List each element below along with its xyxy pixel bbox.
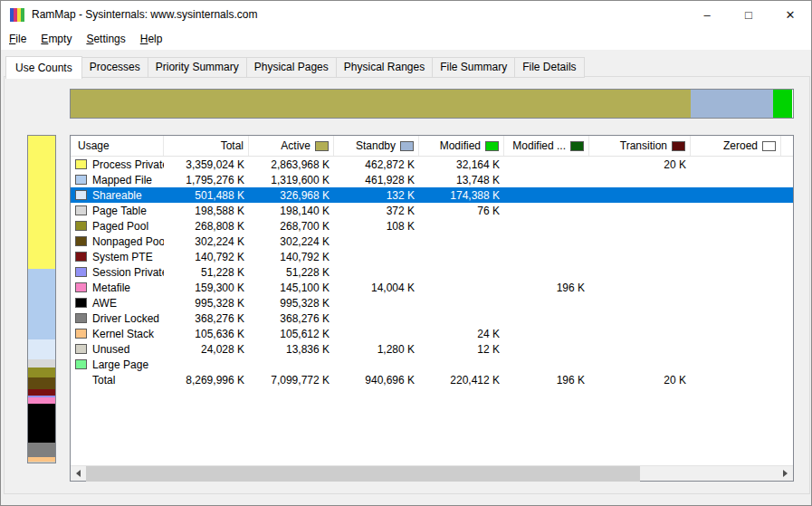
table-row-system-pte[interactable]: System PTE140,792 K140,792 K (71, 249, 793, 264)
menu-empty[interactable]: Empty (33, 29, 79, 49)
column-header-active[interactable]: Active (249, 136, 334, 156)
usage-label: Mapped File (92, 174, 152, 186)
usage-label: Kernel Stack (92, 328, 154, 340)
column-header-standby[interactable]: Standby (334, 136, 419, 156)
usage-label: Metafile (92, 282, 130, 294)
page-table-color-swatch (75, 205, 87, 215)
column-label: Active (281, 139, 310, 152)
table-row-driver-locked[interactable]: Driver Locked368,276 K368,276 K (71, 310, 793, 326)
driver-locked-color-swatch (75, 313, 87, 323)
usage-cell: Kernel Stack (71, 326, 164, 341)
usage-cell: Driver Locked (71, 310, 164, 326)
table-row-total[interactable]: Total8,269,996 K7,099,772 K940,696 K220,… (71, 372, 793, 387)
total-cell: 995,328 K (164, 297, 249, 310)
table-row-mapped-file[interactable]: Mapped File1,795,276 K1,319,600 K461,928… (71, 172, 793, 187)
active-cell: 2,863,968 K (249, 158, 334, 171)
menu-file[interactable]: File (2, 29, 33, 49)
tab-file-details[interactable]: File Details (514, 57, 584, 78)
usage-label: System PTE (92, 251, 153, 263)
usage-cell: Paged Pool (71, 218, 164, 234)
usage-label: Page Table (92, 205, 147, 217)
column-header-usage[interactable]: Usage (71, 136, 164, 156)
vbar-segment-nonpaged-pool (28, 377, 55, 389)
vbar-segment-awe (28, 404, 55, 443)
table-row-nonpaged-pool[interactable]: Nonpaged Pool302,224 K302,224 K (71, 234, 793, 249)
close-button[interactable]: ✕ (769, 1, 811, 28)
menu-help[interactable]: Help (133, 29, 170, 49)
vbar-segment-driver-locked (28, 443, 55, 457)
table-row-process-private[interactable]: Process Private3,359,024 K2,863,968 K462… (71, 157, 793, 172)
table-row-session-private[interactable]: Session Private51,228 K51,228 K (71, 264, 793, 280)
tab-use-counts[interactable]: Use Counts (5, 56, 82, 79)
window-controls: – □ ✕ (686, 1, 811, 28)
table-row-paged-pool[interactable]: Paged Pool268,808 K268,700 K108 K (71, 218, 793, 234)
active-cell: 302,224 K (249, 235, 334, 248)
modified-cell: 220,412 K (419, 374, 504, 387)
column-header-total[interactable]: Total (164, 136, 249, 156)
tab-priority-summary[interactable]: Priority Summary (148, 57, 247, 78)
usage-label: Driver Locked (92, 312, 159, 325)
hbar-segment-standby (691, 90, 773, 118)
table-row-metafile[interactable]: Metafile159,300 K145,100 K14,004 K196 K (71, 280, 793, 295)
scroll-right-button[interactable] (778, 466, 793, 482)
transition-cell: 20 K (589, 374, 691, 387)
column-header-modified-no-write[interactable]: Modified ... (504, 136, 589, 156)
vbar-segment-unused (28, 462, 55, 463)
usage-label: AWE (92, 297, 117, 310)
minimize-button[interactable]: – (686, 1, 728, 28)
modified-no-write-color-swatch (570, 141, 584, 151)
scrollbar-thumb[interactable] (86, 466, 640, 482)
zeroed-color-swatch (762, 141, 776, 151)
total-cell: 24,028 K (164, 343, 249, 356)
active-cell: 105,612 K (249, 328, 334, 340)
tab-file-summary[interactable]: File Summary (432, 57, 515, 78)
modified-no-write-cell: 196 K (504, 374, 589, 387)
transition-cell: 20 K (589, 158, 691, 171)
table-row-large-page[interactable]: Large Page (71, 357, 793, 372)
total-cell: 368,276 K (164, 312, 249, 325)
usage-cell: Metafile (71, 280, 164, 295)
column-label: Zeroed (723, 139, 758, 152)
tab-processes[interactable]: Processes (81, 57, 148, 78)
column-header-zeroed[interactable]: Zeroed (691, 136, 781, 156)
usage-cell: Shareable (71, 187, 164, 203)
hbar-segment-active (71, 90, 691, 118)
tab-physical-ranges[interactable]: Physical Ranges (336, 57, 433, 78)
table-row-awe[interactable]: AWE995,328 K995,328 K (71, 295, 793, 310)
total-cell: 1,795,276 K (164, 174, 249, 186)
column-header-transition[interactable]: Transition (589, 136, 691, 156)
scrollbar-track[interactable] (640, 466, 778, 482)
column-label: Modified ... (512, 139, 566, 152)
app-icon (10, 8, 24, 22)
tab-page: UsageTotalActiveStandbyModifiedModified … (4, 76, 810, 494)
active-cell: 7,099,772 K (249, 374, 334, 387)
menu-bar: FileEmptySettingsHelp (1, 28, 811, 50)
modified-cell: 174,388 K (419, 189, 504, 202)
column-label: Transition (620, 139, 667, 152)
active-cell: 140,792 K (249, 251, 334, 263)
usage-cell: Mapped File (71, 172, 164, 187)
table-row-unused[interactable]: Unused24,028 K13,836 K1,280 K12 K (71, 341, 793, 357)
modified-cell: 32,164 K (419, 158, 504, 171)
mapped-file-color-swatch (75, 175, 87, 185)
active-cell: 268,700 K (249, 220, 334, 233)
maximize-button[interactable]: □ (728, 1, 769, 28)
active-cell: 326,968 K (249, 189, 334, 202)
column-header-filler (781, 136, 793, 156)
hbar-segment-modified (773, 90, 792, 118)
horizontal-scrollbar[interactable] (71, 465, 793, 481)
scroll-left-button[interactable] (71, 466, 86, 482)
standby-cell: 462,872 K (334, 158, 419, 171)
menu-settings[interactable]: Settings (79, 29, 132, 49)
modified-no-write-cell: 196 K (504, 282, 589, 294)
table-row-kernel-stack[interactable]: Kernel Stack105,636 K105,612 K24 K (71, 326, 793, 341)
table-row-page-table[interactable]: Page Table198,588 K198,140 K372 K76 K (71, 203, 793, 218)
active-cell: 13,836 K (249, 343, 334, 356)
tab-physical-pages[interactable]: Physical Pages (246, 57, 337, 78)
column-label: Total (221, 139, 244, 152)
vbar-segment-paged-pool (28, 368, 55, 378)
usage-breakdown-bar (27, 135, 56, 463)
table-row-shareable[interactable]: Shareable501,488 K326,968 K132 K174,388 … (71, 187, 793, 203)
column-header-modified[interactable]: Modified (419, 136, 504, 156)
rammap-window: RamMap - Sysinternals: www.sysinternals.… (0, 0, 812, 506)
